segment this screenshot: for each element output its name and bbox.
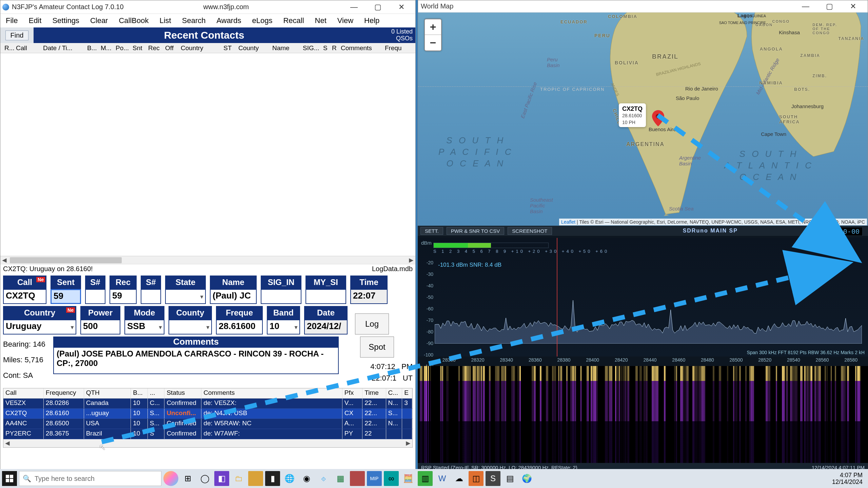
date-input[interactable]: 2024/12/ [304,320,348,334]
find-button[interactable]: Find [5,30,29,40]
menu-awards[interactable]: Awards [214,15,244,26]
app-icon-3[interactable] [350,471,365,486]
sdr-title: SDRuno MAIN SP [683,228,738,234]
time-input[interactable]: 22:07 [350,289,388,304]
sdr-csv-button[interactable]: PWR & SNR TO CSV [447,227,504,235]
menu-net[interactable]: Net [312,15,329,26]
sdr-screenshot-button[interactable]: SCREENSHOT [508,227,552,235]
edge-icon[interactable]: 🌐 [282,471,297,486]
map-maximize-button[interactable]: ▢ [817,0,841,13]
chrome-icon[interactable]: ◉ [299,471,314,486]
menu-help[interactable]: Help [361,15,382,26]
minimize-button[interactable]: — [342,0,366,14]
country-input[interactable]: Uruguay [3,320,76,334]
sublime-icon[interactable]: S [486,471,500,486]
cluster-row[interactable]: PY2ERC28.3675Brazil10SConfirmedde: W7AWF… [3,429,412,439]
task-view-icon[interactable]: ⊞ [180,471,195,486]
folder-icon[interactable]: 🗀 [231,471,246,486]
freq-label: Freque [216,306,263,320]
cluster-columns[interactable]: Call Frequency QTH B... ... Status Comme… [3,388,412,399]
app-icon-8[interactable]: ◫ [469,471,484,486]
comments-input[interactable]: (Paul) JOSE PABLO AMENDOLA CARRASCO - RI… [53,347,339,374]
world-map-window: World Map — ▢ ✕ TROPIC OF CAPRICORN S O … [418,0,868,226]
map-canvas[interactable]: TROPIC OF CAPRICORN S O U T HP A C I F I… [418,13,868,226]
mysi-input[interactable] [305,289,346,304]
rnum-input[interactable] [141,289,161,304]
app-icon-7[interactable]: ☁ [452,471,467,486]
rec-input[interactable]: 59 [110,289,137,304]
cluster-row[interactable]: VE5ZX28.0286Canada10C...Confirmedde: VE5… [3,399,412,409]
state-input[interactable] [165,289,206,304]
map-close-button[interactable]: ✕ [841,0,865,13]
menu-callbook[interactable]: CallBook [116,15,151,26]
cortana-icon[interactable]: ◯ [197,471,212,486]
copilot-icon[interactable] [163,471,178,486]
app-icon-6[interactable]: ▥ [418,471,433,486]
terminal-icon[interactable]: ▮ [265,471,280,486]
word-icon[interactable]: W [435,471,450,486]
taskbar-search[interactable]: 🔍 Type here to search [19,471,161,486]
menu-list[interactable]: List [157,15,174,26]
sigin-input[interactable] [261,289,301,304]
sent-input[interactable]: 59 [51,289,81,304]
mode-label: Mode [124,306,164,320]
menu-elogs[interactable]: eLogs [249,15,275,26]
map-minimize-button[interactable]: — [794,0,817,13]
log-button[interactable]: Log [355,313,389,334]
spectrum-display[interactable]: dBm S 1 2 3 4 5 6 7 8 9 +10 +20 +30 +40 … [418,238,868,357]
map-callout[interactable]: CX2TQ 28.61600 10 PH [619,103,646,127]
sent-label: Sent [51,276,81,289]
zoom-in-button[interactable]: + [425,19,441,35]
sdr-sett-button[interactable]: SETT. [420,227,443,235]
label-angola: ANGOLA [760,46,783,52]
name-label: Name [210,276,257,289]
freq-input[interactable]: 28.61600 [216,320,263,334]
snum-input[interactable] [85,289,105,304]
start-button[interactable] [2,471,17,486]
app-icon-2[interactable] [248,471,263,486]
calc-icon[interactable]: 🧮 [401,471,416,486]
sdr-toolbar: SETT. PWR & SNR TO CSV SCREENSHOT SDRuno… [418,226,868,236]
contacts-columns[interactable]: R... Call Date / Ti... B... M... Po... S… [0,43,415,53]
cluster-row[interactable]: AA4NC28.6500USA10S...Confirmedde: W5RAW:… [3,419,412,429]
taskbar-clock[interactable]: 4:07 PM 12/14/2024 [832,472,866,485]
contacts-grid[interactable]: ◄► [0,53,415,264]
spot-button[interactable]: Spot [360,337,394,358]
mode-input[interactable]: SSB [124,320,164,334]
time-label: Time [350,276,388,289]
cluster-h-scrollbar[interactable]: ◄ ► [3,439,412,447]
county-input[interactable] [169,320,212,334]
globe-icon[interactable]: 🌍 [519,471,534,486]
power-input[interactable]: 500 [80,320,120,334]
taskbar: 🔍 Type here to search ⊞ ◯ ◧ 🗀 ▮ 🌐 ◉ ⟐ ▦ … [0,469,868,488]
waterfall-display[interactable] [418,366,868,466]
status-right: LogData.mdb [372,265,413,273]
map-titlebar[interactable]: World Map — ▢ ✕ [418,0,868,13]
menu-clear[interactable]: Clear [87,15,111,26]
close-button[interactable]: ✕ [390,0,413,14]
menu-search[interactable]: Search [179,15,209,26]
app-icon-5[interactable]: ∞ [384,471,399,486]
call-input[interactable]: CX2TQ [3,289,46,304]
leaflet-link[interactable]: Leaflet [561,219,575,225]
app-icon-9[interactable]: ▤ [502,471,517,486]
menu-edit[interactable]: Edit [26,15,44,26]
zoom-out-button[interactable]: − [425,35,441,50]
menu-view[interactable]: View [335,15,356,26]
cluster-row[interactable]: CX2TQ28.6160...uguay10S...Unconfi...de: … [3,409,412,419]
app-icon-4[interactable]: MIP [367,471,382,486]
band-input[interactable]: 10 [267,320,300,334]
app-icon-1[interactable]: ◧ [214,471,229,486]
excel-icon[interactable]: ▦ [333,471,348,486]
label-tanzania: TANZANIA [839,36,864,41]
h-scrollbar[interactable]: ◄► [0,256,415,264]
n3fjp-titlebar[interactable]: N3FJP's Amateur Contact Log 7.0.10 www.n… [0,0,415,14]
tune-cursor[interactable] [557,238,557,357]
name-input[interactable]: (Paul) JC [210,289,257,304]
maximize-button[interactable]: ▢ [366,0,390,14]
map-pin-icon[interactable] [652,110,664,126]
menu-settings[interactable]: Settings [50,15,82,26]
menu-file[interactable]: File [3,15,20,26]
vscode-icon[interactable]: ⟐ [316,471,331,486]
menu-recall[interactable]: Recall [280,15,307,26]
